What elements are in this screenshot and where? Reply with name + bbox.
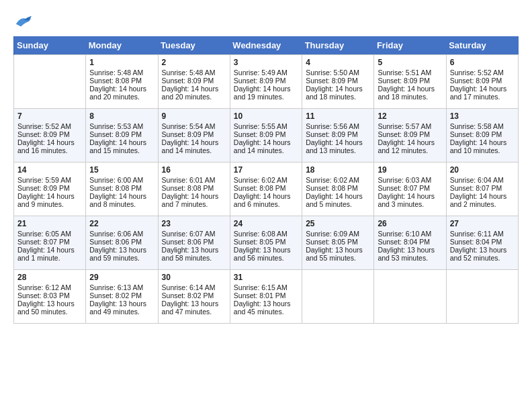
calendar-cell: 9 Sunrise: 5:54 AM Sunset: 8:09 PM Dayli… — [158, 109, 230, 163]
sunset-text: Sunset: 8:04 PM — [450, 238, 502, 246]
sunrise-text: Sunrise: 6:13 AM — [89, 283, 143, 291]
sunset-text: Sunset: 8:09 PM — [234, 77, 286, 85]
logo-icon — [13, 13, 34, 30]
calendar-cell: 21 Sunrise: 6:05 AM Sunset: 8:07 PM Dayl… — [14, 216, 86, 270]
day-number: 28 — [17, 273, 82, 282]
sunrise-text: Sunrise: 6:02 AM — [234, 176, 287, 184]
daylight-text: Daylight: 14 hours and 14 minutes. — [234, 138, 291, 154]
daylight-text: Daylight: 13 hours and 49 minutes. — [89, 300, 146, 316]
calendar-cell: 13 Sunrise: 5:58 AM Sunset: 8:09 PM Dayl… — [446, 109, 518, 163]
sunset-text: Sunset: 8:03 PM — [17, 291, 70, 300]
sunrise-text: Sunrise: 5:54 AM — [162, 122, 216, 130]
calendar-cell: 22 Sunrise: 6:06 AM Sunset: 8:06 PM Dayl… — [86, 216, 158, 270]
day-number: 25 — [306, 219, 370, 228]
sunset-text: Sunset: 8:02 PM — [162, 291, 214, 300]
sunrise-text: Sunrise: 5:48 AM — [89, 68, 143, 77]
sunset-text: Sunset: 8:09 PM — [306, 77, 358, 85]
day-number: 27 — [450, 219, 515, 228]
day-number: 17 — [234, 165, 298, 175]
calendar-cell: 24 Sunrise: 6:08 AM Sunset: 8:05 PM Dayl… — [230, 216, 302, 270]
daylight-text: Daylight: 14 hours and 14 minutes. — [162, 138, 219, 154]
day-number: 2 — [162, 58, 226, 67]
day-number: 10 — [234, 111, 298, 121]
calendar-cell — [374, 270, 446, 324]
calendar-week-3: 14 Sunrise: 5:59 AM Sunset: 8:09 PM Dayl… — [14, 163, 519, 216]
daylight-text: Daylight: 13 hours and 47 minutes. — [162, 300, 219, 316]
sunrise-text: Sunrise: 5:53 AM — [89, 122, 143, 130]
day-number: 5 — [378, 58, 442, 67]
sunrise-text: Sunrise: 6:00 AM — [89, 176, 143, 184]
sunrise-text: Sunrise: 6:10 AM — [378, 230, 431, 238]
calendar-week-1: 1 Sunrise: 5:48 AM Sunset: 8:08 PM Dayli… — [14, 55, 519, 109]
daylight-text: Daylight: 14 hours and 9 minutes. — [17, 192, 75, 208]
sunset-text: Sunset: 8:07 PM — [17, 238, 70, 246]
day-number: 23 — [162, 219, 226, 228]
sunset-text: Sunset: 8:08 PM — [234, 184, 286, 192]
sunrise-text: Sunrise: 6:06 AM — [89, 230, 143, 238]
sunset-text: Sunset: 8:04 PM — [378, 238, 430, 246]
sunrise-text: Sunrise: 5:51 AM — [378, 68, 431, 77]
sunrise-text: Sunrise: 5:56 AM — [306, 122, 359, 130]
calendar-cell: 14 Sunrise: 5:59 AM Sunset: 8:09 PM Dayl… — [14, 163, 86, 216]
day-number: 26 — [378, 219, 442, 228]
sunset-text: Sunset: 8:02 PM — [89, 291, 142, 300]
sunset-text: Sunset: 8:09 PM — [162, 130, 214, 138]
day-number: 31 — [234, 273, 298, 282]
sunrise-text: Sunrise: 6:15 AM — [234, 283, 287, 291]
day-number: 4 — [306, 58, 370, 67]
sunrise-text: Sunrise: 6:01 AM — [162, 176, 216, 184]
sunrise-text: Sunrise: 6:04 AM — [450, 176, 504, 184]
day-number: 3 — [234, 58, 298, 67]
day-number: 12 — [378, 111, 442, 121]
sunset-text: Sunset: 8:09 PM — [306, 130, 358, 138]
day-number: 21 — [17, 219, 82, 228]
sunset-text: Sunset: 8:09 PM — [234, 130, 286, 138]
sunset-text: Sunset: 8:08 PM — [89, 77, 142, 85]
sunset-text: Sunset: 8:09 PM — [17, 184, 70, 192]
sunset-text: Sunset: 8:09 PM — [17, 130, 70, 138]
daylight-text: Daylight: 14 hours and 12 minutes. — [378, 138, 435, 154]
daylight-text: Daylight: 14 hours and 16 minutes. — [17, 138, 75, 154]
daylight-text: Daylight: 14 hours and 17 minutes. — [450, 85, 507, 101]
daylight-text: Daylight: 14 hours and 1 minute. — [17, 246, 75, 262]
calendar-cell: 12 Sunrise: 5:57 AM Sunset: 8:09 PM Dayl… — [374, 109, 446, 163]
calendar-week-5: 28 Sunrise: 6:12 AM Sunset: 8:03 PM Dayl… — [14, 270, 519, 324]
calendar-cell: 4 Sunrise: 5:50 AM Sunset: 8:09 PM Dayli… — [302, 55, 374, 109]
daylight-text: Daylight: 13 hours and 52 minutes. — [450, 246, 507, 262]
daylight-text: Daylight: 13 hours and 59 minutes. — [89, 246, 146, 262]
sunrise-text: Sunrise: 6:14 AM — [162, 283, 216, 291]
day-number: 18 — [306, 165, 370, 175]
daylight-text: Daylight: 14 hours and 7 minutes. — [162, 192, 219, 208]
daylight-text: Daylight: 13 hours and 50 minutes. — [17, 300, 75, 316]
day-number: 7 — [17, 111, 82, 121]
sunset-text: Sunset: 8:09 PM — [89, 130, 142, 138]
day-number: 20 — [450, 165, 515, 175]
calendar-cell: 7 Sunrise: 5:52 AM Sunset: 8:09 PM Dayli… — [14, 109, 86, 163]
calendar-week-4: 21 Sunrise: 6:05 AM Sunset: 8:07 PM Dayl… — [14, 216, 519, 270]
calendar-cell: 15 Sunrise: 6:00 AM Sunset: 8:08 PM Dayl… — [86, 163, 158, 216]
calendar-cell: 8 Sunrise: 5:53 AM Sunset: 8:09 PM Dayli… — [86, 109, 158, 163]
header-row: SundayMondayTuesdayWednesdayThursdayFrid… — [14, 36, 519, 55]
calendar-cell: 5 Sunrise: 5:51 AM Sunset: 8:09 PM Dayli… — [374, 55, 446, 109]
col-header-thursday: Thursday — [302, 36, 374, 55]
calendar-cell — [14, 55, 86, 109]
daylight-text: Daylight: 14 hours and 6 minutes. — [234, 192, 291, 208]
calendar-table: SundayMondayTuesdayWednesdayThursdayFrid… — [13, 36, 519, 324]
col-header-tuesday: Tuesday — [158, 36, 230, 55]
sunrise-text: Sunrise: 5:50 AM — [306, 68, 359, 77]
sunrise-text: Sunrise: 5:55 AM — [234, 122, 287, 130]
day-number: 11 — [306, 111, 370, 121]
sunrise-text: Sunrise: 6:05 AM — [17, 230, 71, 238]
sunrise-text: Sunrise: 5:57 AM — [378, 122, 431, 130]
day-number: 9 — [162, 111, 226, 121]
calendar-week-2: 7 Sunrise: 5:52 AM Sunset: 8:09 PM Dayli… — [14, 109, 519, 163]
daylight-text: Daylight: 13 hours and 45 minutes. — [234, 300, 291, 316]
sunset-text: Sunset: 8:06 PM — [89, 238, 142, 246]
daylight-text: Daylight: 14 hours and 15 minutes. — [89, 138, 146, 154]
sunrise-text: Sunrise: 5:52 AM — [17, 122, 71, 130]
calendar-cell: 29 Sunrise: 6:13 AM Sunset: 8:02 PM Dayl… — [86, 270, 158, 324]
sunset-text: Sunset: 8:07 PM — [378, 184, 430, 192]
day-number: 8 — [89, 111, 154, 121]
daylight-text: Daylight: 14 hours and 5 minutes. — [306, 192, 363, 208]
sunrise-text: Sunrise: 6:12 AM — [17, 283, 71, 291]
